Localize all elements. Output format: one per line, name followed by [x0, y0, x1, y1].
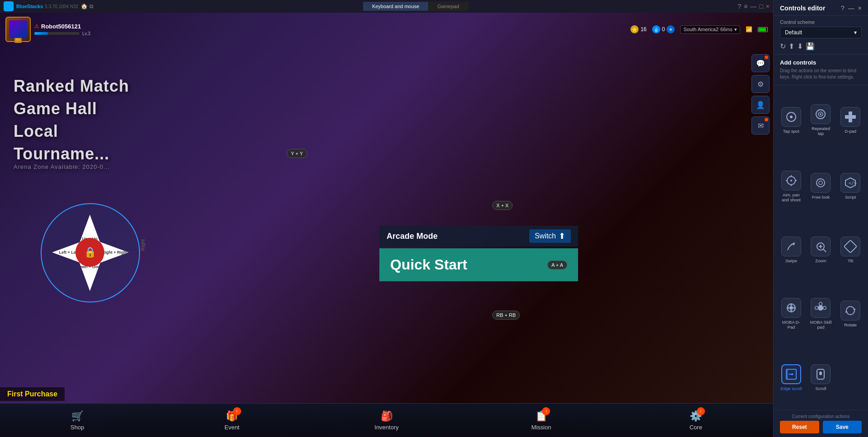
svg-rect-10: [849, 115, 852, 119]
arcade-switch-button[interactable]: Switch ⬆: [529, 229, 571, 243]
scheme-action-icons: ↻ ⬆ ⬇ 💾: [780, 42, 862, 51]
script-icon-box: </>: [840, 173, 860, 193]
minimize-icon[interactable]: —: [750, 3, 756, 10]
menu-item-gamehall[interactable]: Game Hall: [14, 99, 129, 118]
nav-core[interactable]: ! ⚙️ Core: [619, 404, 773, 437]
game-area: BlueStacks 5.3.70.1004 N32 🏠 ⧉ Keyboard …: [0, 0, 773, 437]
repeated-tap-icon-box: [811, 104, 831, 124]
control-tap-spot[interactable]: Tap spot: [778, 89, 804, 152]
control-zoom[interactable]: Zoom: [808, 222, 834, 279]
close-icon[interactable]: ×: [766, 3, 770, 10]
dpad-label: D-pad: [845, 129, 856, 134]
svg-rect-8: [845, 115, 849, 119]
control-scroll[interactable]: Scroll: [808, 349, 834, 406]
settings-button[interactable]: ⚙: [751, 75, 770, 93]
nav-event[interactable]: ! 🎁 Event: [154, 404, 309, 437]
control-moba-skill-pad[interactable]: MOBA Skill pad: [808, 283, 834, 345]
main-menu: Ranked Match Game Hall Local Tourname...…: [14, 77, 129, 170]
aim-pan-shoot-label: Aim, pan and shoot: [779, 192, 803, 203]
tab-bar: Keyboard and mouse Gamepad: [93, 2, 737, 11]
scheme-download-icon[interactable]: ⬇: [797, 42, 803, 51]
tilt-icon-box: [840, 237, 860, 256]
svg-line-25: [823, 249, 826, 252]
svg-rect-9: [852, 115, 856, 119]
home-icon[interactable]: 🏠: [81, 3, 88, 9]
add-currency-button[interactable]: +: [667, 25, 675, 33]
edge-scroll-label: Edge scroll: [780, 386, 802, 391]
gold-amount: 16: [640, 26, 646, 33]
nav-shop[interactable]: 🛒 Shop: [0, 404, 154, 437]
top-hud-right: ⭐ 16 💧 0 + South America2 66ms ▾ 📶: [630, 25, 768, 34]
svg-point-34: [819, 302, 822, 305]
scheme-selector-dropdown[interactable]: Default ▾: [780, 27, 862, 38]
scroll-label: Scroll: [816, 386, 826, 391]
nav-inventory[interactable]: 🎒 Inventory: [309, 404, 464, 437]
swipe-icon-box: [781, 237, 801, 256]
chat-button[interactable]: 💬: [751, 54, 770, 72]
scheme-upload-icon[interactable]: ⬆: [789, 42, 794, 51]
svg-rect-6: [849, 112, 852, 115]
nav-mission[interactable]: ! 📋 Mission: [464, 404, 618, 437]
tilt-label: Tilt: [848, 258, 853, 263]
control-free-look[interactable]: Free look: [808, 155, 834, 218]
level-fill: [34, 32, 48, 35]
gamepad-badge-yy: Y + Y: [287, 149, 307, 158]
nav-event-label: Event: [224, 424, 239, 431]
controls-footer: Current configuration actions Reset Save: [774, 410, 868, 437]
control-edge-scroll[interactable]: Edge scroll: [778, 349, 804, 406]
title-bar: BlueStacks 5.3.70.1004 N32 🏠 ⧉ Keyboard …: [0, 0, 773, 13]
reset-button[interactable]: Reset: [780, 421, 819, 433]
maximize-icon[interactable]: □: [759, 3, 763, 10]
svg-marker-37: [853, 309, 856, 311]
control-tilt[interactable]: Tilt: [837, 222, 863, 279]
rotate-label: Rotate: [844, 322, 857, 327]
save-button[interactable]: Save: [823, 421, 862, 433]
aim-pan-shoot-icon-box: [781, 171, 801, 191]
scheme-chevron-icon: ▾: [854, 29, 857, 36]
arcade-header: Arcade Mode Switch ⬆: [379, 226, 578, 246]
control-swipe[interactable]: Swipe: [778, 222, 804, 279]
multi-window-icon[interactable]: ⧉: [89, 3, 93, 9]
quick-start-button[interactable]: Quick Start A + A: [379, 248, 578, 281]
mission-alert: !: [542, 407, 550, 415]
control-rotate[interactable]: Rotate: [837, 283, 863, 345]
dpad-right-label: Right + Right: [102, 250, 127, 255]
mail-button[interactable]: ✉: [751, 116, 770, 135]
first-purchase-banner[interactable]: First Purchase: [0, 387, 65, 401]
nav-inventory-label: Inventory: [374, 424, 398, 431]
player-info: ⚠ Robot5056121 Lv.3: [34, 23, 90, 36]
svg-point-28: [789, 306, 793, 310]
control-dpad[interactable]: D-pad: [837, 89, 863, 152]
switch-icon: ⬆: [559, 231, 565, 241]
svg-rect-44: [819, 372, 822, 375]
quick-start-label: Quick Start: [390, 256, 467, 273]
tab-gamepad[interactable]: Gamepad: [428, 2, 468, 11]
server-selector[interactable]: South America2 66ms ▾: [680, 25, 740, 34]
person-icon: 👤: [756, 101, 765, 109]
svg-marker-38: [845, 311, 848, 312]
close-panel-icon[interactable]: ×: [858, 5, 862, 12]
settings-icon[interactable]: ≡: [744, 3, 747, 10]
tournament-label: Tourname...: [14, 144, 109, 163]
help-circle-icon[interactable]: ?: [841, 5, 845, 12]
scheme-refresh-icon[interactable]: ↻: [780, 42, 786, 51]
tournament-sub: Arena Zone Available: 2020-0...: [14, 163, 129, 170]
tab-keyboard-mouse[interactable]: Keyboard and mouse: [363, 2, 429, 11]
menu-item-local[interactable]: Local: [14, 122, 129, 141]
chat-alert-dot: [765, 56, 768, 59]
control-script[interactable]: </> Script: [837, 155, 863, 218]
control-repeated-tap[interactable]: Repeated tap: [808, 89, 834, 152]
svg-point-35: [823, 306, 826, 309]
menu-item-ranked[interactable]: Ranked Match: [14, 77, 129, 96]
minimize-panel-icon[interactable]: —: [848, 5, 854, 12]
first-purchase-text: First Purchase: [7, 390, 57, 398]
bluestacks-logo: [4, 1, 14, 11]
control-moba-dpad[interactable]: MOBA D-Pad: [778, 283, 804, 345]
help-icon[interactable]: ?: [737, 3, 741, 10]
menu-item-tournament[interactable]: Tourname... Arena Zone Available: 2020-0…: [14, 144, 129, 170]
svg-point-33: [818, 305, 823, 311]
scheme-save-icon[interactable]: 💾: [806, 42, 815, 51]
control-aim-pan-shoot[interactable]: Aim, pan and shoot: [778, 155, 804, 218]
player-profile-button[interactable]: 👤: [751, 96, 770, 114]
nav-mission-label: Mission: [531, 424, 551, 431]
